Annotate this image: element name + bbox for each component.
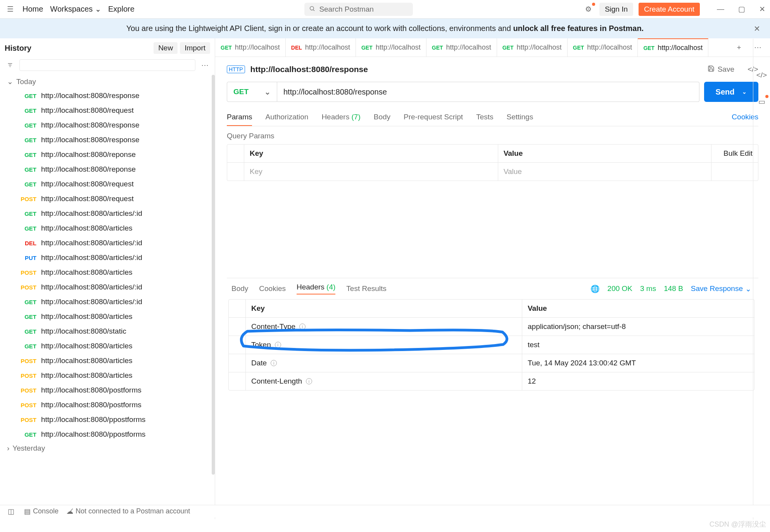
resp-tab-headers[interactable]: Headers (4) bbox=[297, 283, 335, 294]
method-badge: GET bbox=[19, 107, 36, 114]
tab-settings[interactable]: Settings bbox=[507, 109, 533, 126]
history-item[interactable]: GEThttp://localhost:8080/request bbox=[0, 177, 215, 191]
history-group-today[interactable]: ⌄ Today bbox=[0, 75, 215, 88]
history-item[interactable]: PUThttp://localhost:8080/articles/:id bbox=[0, 250, 215, 265]
value-input[interactable]: Value bbox=[498, 163, 711, 181]
request-tab[interactable]: DELhttp://localhost bbox=[286, 38, 356, 57]
history-url: http://localhost:8080/reponse bbox=[41, 165, 136, 174]
request-tab[interactable]: GEThttp://localhost bbox=[215, 38, 286, 57]
method-badge: POST bbox=[19, 358, 36, 364]
console-button[interactable]: ▤ Console bbox=[24, 507, 59, 516]
info-icon[interactable]: i bbox=[275, 342, 281, 348]
window-close-icon[interactable]: ✕ bbox=[759, 5, 765, 14]
history-item[interactable]: GEThttp://localhost:8080/request bbox=[0, 103, 215, 118]
globe-icon[interactable]: 🌐 bbox=[590, 284, 600, 293]
tab-headers[interactable]: Headers (7) bbox=[321, 109, 360, 126]
tab-label: http://localhost bbox=[446, 43, 491, 52]
resp-tab-testresults[interactable]: Test Results bbox=[346, 284, 386, 293]
history-item[interactable]: POSThttp://localhost:8080/ppostforms bbox=[0, 412, 215, 427]
create-account-button[interactable]: Create Account bbox=[639, 3, 700, 16]
history-item[interactable]: GEThttp://localhost:8080/articles bbox=[0, 309, 215, 324]
history-url: http://localhost:8080/reponse bbox=[41, 150, 136, 159]
request-tab[interactable]: GEThttp://localhost bbox=[426, 38, 497, 57]
history-item[interactable]: DELhttp://localhost:8080/articles/:id bbox=[0, 236, 215, 250]
history-item[interactable]: POSThttp://localhost:8080/articles bbox=[0, 265, 215, 280]
history-item[interactable]: GEThttp://localhost:8080/static bbox=[0, 324, 215, 339]
save-icon bbox=[708, 65, 715, 74]
request-tab[interactable]: GEThttp://localhost bbox=[638, 38, 708, 57]
more-icon[interactable]: ⋯ bbox=[199, 60, 210, 71]
tab-tests[interactable]: Tests bbox=[476, 109, 493, 126]
scrollbar[interactable] bbox=[212, 75, 215, 475]
history-item[interactable]: POSThttp://localhost:8080/articles bbox=[0, 353, 215, 368]
info-icon[interactable]: i bbox=[271, 360, 277, 366]
method-badge: GET bbox=[19, 152, 36, 158]
history-url: http://localhost:8080/ppostforms bbox=[41, 415, 145, 424]
nav-workspaces[interactable]: Workspaces bbox=[50, 5, 93, 14]
history-item[interactable]: GEThttp://localhost:8080/articles/:id bbox=[0, 294, 215, 309]
header-key: Content-Length i bbox=[246, 372, 522, 390]
banner-close-icon[interactable]: ✕ bbox=[751, 23, 762, 34]
history-item[interactable]: GEThttp://localhost:8080/articles bbox=[0, 339, 215, 353]
history-item[interactable]: POSThttp://localhost:8080/request bbox=[0, 191, 215, 206]
method-badge: GET bbox=[19, 181, 36, 188]
signin-button[interactable]: Sign In bbox=[599, 3, 633, 16]
url-input[interactable]: http://localhost:8080/response bbox=[277, 82, 699, 102]
history-item[interactable]: POSThttp://localhost:8080/postforms bbox=[0, 383, 215, 398]
code-panel-icon[interactable]: </> bbox=[756, 70, 767, 81]
history-item[interactable]: GEThttp://localhost:8080/response bbox=[0, 88, 215, 103]
window-maximize-icon[interactable]: ▢ bbox=[738, 5, 745, 14]
request-tab[interactable]: GEThttp://localhost bbox=[568, 38, 638, 57]
method-badge: GET bbox=[221, 45, 232, 51]
nav-home[interactable]: Home bbox=[22, 5, 43, 14]
panel-icon[interactable]: ▭ bbox=[756, 96, 767, 107]
new-tab-icon[interactable]: + bbox=[734, 42, 744, 53]
history-item[interactable]: GEThttp://localhost:8080/reponse bbox=[0, 162, 215, 177]
history-group-yesterday[interactable]: › Yesterday bbox=[0, 442, 215, 455]
history-item[interactable]: GEThttp://localhost:8080/ppostforms bbox=[0, 427, 215, 442]
request-tab[interactable]: GEThttp://localhost bbox=[356, 38, 426, 57]
history-item[interactable]: POSThttp://localhost:8080/postforms bbox=[0, 398, 215, 412]
history-item[interactable]: GEThttp://localhost:8080/articles/:id bbox=[0, 206, 215, 221]
tab-authorization[interactable]: Authorization bbox=[265, 109, 308, 126]
history-item[interactable]: POSThttp://localhost:8080/articles/:id bbox=[0, 280, 215, 294]
method-badge: GET bbox=[573, 45, 584, 51]
tab-params[interactable]: Params bbox=[227, 109, 252, 126]
resp-tab-body[interactable]: Body bbox=[231, 284, 248, 293]
resp-tab-cookies[interactable]: Cookies bbox=[259, 284, 286, 293]
filter-icon[interactable] bbox=[5, 60, 16, 71]
nav-explore[interactable]: Explore bbox=[108, 5, 135, 14]
chevron-down-icon: ⌄ bbox=[745, 284, 751, 293]
history-item[interactable]: GEThttp://localhost:8080/response bbox=[0, 133, 215, 147]
import-button[interactable]: Import bbox=[180, 42, 210, 54]
history-url: http://localhost:8080/articles bbox=[41, 224, 133, 232]
history-item[interactable]: GEThttp://localhost:8080/response bbox=[0, 118, 215, 133]
history-item[interactable]: GEThttp://localhost:8080/reponse bbox=[0, 147, 215, 162]
gear-icon[interactable]: ⚙ bbox=[583, 4, 594, 15]
history-url: http://localhost:8080/articles/:id bbox=[41, 283, 142, 291]
tab-body[interactable]: Body bbox=[374, 109, 390, 126]
window-minimize-icon[interactable]: — bbox=[717, 5, 724, 14]
new-button[interactable]: New bbox=[154, 42, 178, 54]
panel-toggle-icon[interactable]: ◫ bbox=[5, 506, 16, 517]
chevron-down-icon: ⌄ bbox=[7, 77, 13, 86]
chevron-down-icon[interactable]: ⌄ bbox=[742, 89, 747, 95]
info-icon[interactable]: i bbox=[306, 378, 312, 384]
search-input[interactable]: Search Postman bbox=[304, 3, 413, 16]
info-icon[interactable]: i bbox=[299, 324, 306, 330]
history-item[interactable]: POSThttp://localhost:8080/articles bbox=[0, 368, 215, 383]
filter-input[interactable] bbox=[19, 59, 195, 71]
bulk-edit-link[interactable]: Bulk Edit bbox=[711, 145, 758, 162]
save-button[interactable]: Save bbox=[708, 65, 734, 74]
menu-icon[interactable]: ☰ bbox=[5, 4, 16, 15]
key-input[interactable]: Key bbox=[244, 163, 498, 181]
send-button[interactable]: Send ⌄ bbox=[704, 82, 758, 102]
request-tab[interactable]: GEThttp://localhost bbox=[497, 38, 568, 57]
method-select[interactable]: GET ⌄ bbox=[227, 82, 277, 102]
method-badge: GET bbox=[432, 45, 443, 51]
tab-prerequest[interactable]: Pre-request Script bbox=[404, 109, 463, 126]
history-item[interactable]: GEThttp://localhost:8080/articles bbox=[0, 221, 215, 236]
history-url: http://localhost:8080/static bbox=[41, 327, 126, 336]
save-response-button[interactable]: Save Response ⌄ bbox=[691, 284, 751, 293]
history-url: http://localhost:8080/articles/:id bbox=[41, 209, 142, 218]
